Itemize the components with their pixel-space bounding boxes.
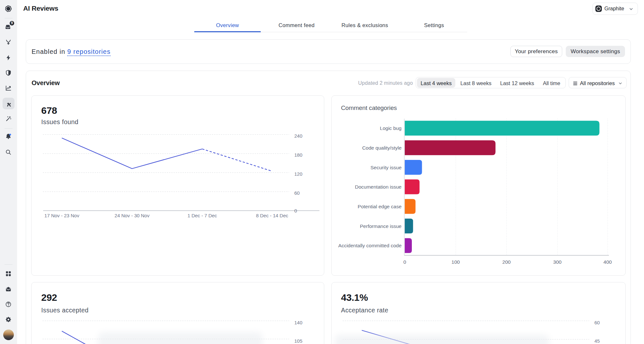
svg-text:60: 60 xyxy=(594,320,600,325)
svg-text:200: 200 xyxy=(502,259,511,265)
svg-text:45: 45 xyxy=(594,338,600,344)
svg-text:8 Dec - 14 Dec: 8 Dec - 14 Dec xyxy=(256,213,289,218)
svg-text:9: 9 xyxy=(11,21,13,25)
svg-text:0: 0 xyxy=(403,259,406,265)
svg-text:Documentation issue: Documentation issue xyxy=(355,184,402,190)
svg-text:120: 120 xyxy=(294,171,302,177)
svg-text:24 Nov - 30 Nov: 24 Nov - 30 Nov xyxy=(115,213,150,218)
svg-text:180: 180 xyxy=(294,152,302,158)
svg-text:100: 100 xyxy=(451,259,460,265)
svg-text:Performance issue: Performance issue xyxy=(360,223,402,229)
svg-text:Security issue: Security issue xyxy=(371,165,402,170)
svg-text:Potential edge case: Potential edge case xyxy=(358,204,402,209)
svg-text:105: 105 xyxy=(294,338,302,344)
svg-text:400: 400 xyxy=(603,259,612,265)
svg-text:1 Dec - 7 Dec: 1 Dec - 7 Dec xyxy=(187,213,217,218)
svg-text:Accidentally committed code: Accidentally committed code xyxy=(338,243,402,248)
svg-text:60: 60 xyxy=(294,190,300,196)
svg-text:240: 240 xyxy=(294,133,302,139)
svg-text:140: 140 xyxy=(294,320,302,325)
svg-text:17 Nov - 23 Nov: 17 Nov - 23 Nov xyxy=(44,213,80,218)
svg-text:Code quality/style: Code quality/style xyxy=(362,145,402,151)
svg-text:Logic bug: Logic bug xyxy=(380,125,402,131)
svg-text:0: 0 xyxy=(294,208,297,213)
svg-text:300: 300 xyxy=(553,259,562,265)
